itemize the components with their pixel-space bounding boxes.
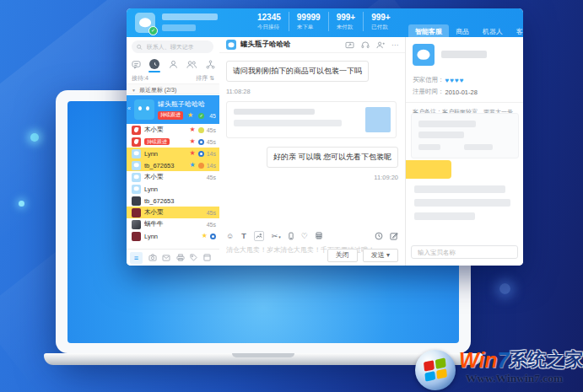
close-button[interactable]: 关闭 — [327, 249, 358, 262]
contact-row[interactable]: Lynn — [127, 183, 219, 195]
contact-row[interactable]: 木小栗 45s — [127, 171, 219, 183]
group-icon[interactable] — [186, 59, 197, 69]
contact-row[interactable]: tb_672653 ★ 14s — [127, 159, 219, 171]
stat-value: 999+ — [337, 13, 356, 23]
stat-paid[interactable]: 999+ 已付款 — [363, 12, 398, 31]
phone-icon[interactable] — [289, 232, 294, 240]
stats-bar: 12345 今日接待 99999 未下单 999+ 未付款 999+ 已付款 — [250, 12, 398, 31]
contact-row[interactable]: Lynn ★ 14s — [127, 148, 219, 159]
emoji-icon[interactable]: ☺ — [226, 232, 234, 240]
camera-icon[interactable] — [148, 254, 157, 261]
calculator-icon[interactable] — [316, 232, 322, 239]
headset-icon[interactable] — [361, 41, 370, 49]
scissors-icon[interactable]: ✂▾ — [272, 232, 281, 240]
note-edit-icon[interactable] — [390, 232, 398, 240]
sell-tag-icon[interactable] — [190, 254, 197, 261]
divider — [406, 102, 523, 103]
response-time: 45s — [207, 222, 216, 228]
stat-label: 未下单 — [297, 23, 321, 30]
seller-avatar[interactable]: ✓ — [135, 13, 155, 33]
stat-today-reception[interactable]: 12345 今日接待 — [250, 12, 289, 31]
highlighted-tag-block[interactable] — [406, 160, 451, 179]
online-check-icon: ✓ — [148, 26, 158, 35]
send-button[interactable]: 发送 ▾ — [363, 249, 398, 262]
redacted-text-bar — [418, 144, 440, 150]
register-label: 注册时间： — [413, 88, 445, 96]
org-share-icon[interactable] — [205, 59, 215, 69]
contact-name: 木小栗 — [144, 208, 204, 217]
text-format-icon[interactable]: T — [241, 232, 246, 240]
status-dot-icon — [198, 163, 204, 169]
response-time: 45s — [207, 175, 216, 180]
contact-name: 木小栗 — [144, 173, 204, 181]
heart-icon[interactable]: ♡ — [301, 232, 308, 240]
contact-avatar — [132, 196, 141, 206]
tab-robot[interactable]: 机器人 — [476, 24, 510, 37]
buyer-avatar-large — [413, 44, 435, 66]
stat-value: 99999 — [297, 13, 321, 23]
contact-avatar — [134, 99, 154, 120]
product-name-input[interactable] — [416, 248, 513, 257]
chat-filter-icon[interactable] — [131, 59, 141, 69]
history-icon[interactable] — [375, 232, 383, 240]
tab-customer[interactable]: 客户 — [510, 24, 523, 37]
sidebar-bottom-toolbar: ≡ — [127, 249, 219, 266]
product-thumbnail — [365, 107, 391, 132]
sort-icon: ⇅ — [209, 75, 214, 81]
glow-dot — [499, 283, 510, 294]
watermark-site-name: 系统之家 — [510, 349, 583, 370]
menu-icon[interactable]: ≡ — [130, 252, 143, 264]
stat-unpaid[interactable]: 999+ 未付款 — [328, 12, 364, 31]
screen-share-icon[interactable] — [345, 41, 354, 49]
image-icon[interactable] — [254, 231, 264, 241]
add-person-icon[interactable] — [376, 41, 385, 49]
redacted-text-bar — [418, 121, 476, 127]
contact-name: Lynn — [144, 233, 200, 240]
contact-row[interactable]: 木小栗 45s — [127, 207, 219, 218]
status-ring-icon — [198, 151, 204, 157]
contact-row[interactable]: 持续跟进 ★ 45s — [127, 136, 219, 148]
windows-flag-icon — [424, 357, 447, 381]
redacted-product-info — [234, 120, 342, 126]
response-time: 45s — [207, 210, 216, 216]
watermark-win: Win — [459, 348, 498, 372]
contact-name: 蜗牛牛 — [144, 220, 204, 228]
message-area: 请问我刚刚拍下的商品可以包装一下吗 11:08:28 好的亲 可以哦 您可以先看… — [219, 52, 405, 229]
message-timestamp: 11:08:28 — [226, 88, 251, 95]
redacted-text-bar — [414, 212, 475, 220]
contact-row[interactable]: 蜗牛牛 45s — [127, 218, 219, 230]
contact-row[interactable]: tb_672653 — [127, 195, 219, 207]
incoming-message: 请问我刚刚拍下的商品可以包装一下吗 — [226, 61, 369, 82]
mail-icon[interactable] — [162, 255, 170, 261]
contact-name: tb_672653 — [144, 162, 188, 169]
contact-row[interactable]: 木小栗 ★ 45s — [127, 124, 219, 136]
search-bar[interactable] — [132, 40, 213, 53]
contact-row-selected[interactable]: « 罐头瓶子哈哈哈 持续跟进 ★ ✓ 45s — [127, 95, 219, 124]
recent-clock-icon[interactable] — [149, 59, 159, 69]
follow-up-badge: 持续跟进 — [144, 138, 170, 145]
contact-list: « 罐头瓶子哈哈哈 持续跟进 ★ ✓ 45s 木小栗 — [127, 95, 219, 242]
credit-hearts-icon: ♥♥♥♥ — [445, 77, 465, 84]
tab-smart-service[interactable]: 智能客服 — [408, 24, 449, 37]
redacted-product-title — [234, 109, 315, 115]
customer-panel: 买家信用： ♥♥♥♥ 注册时间： 2010-01-28 客户备注：客户鞋面较宽，… — [405, 37, 523, 266]
search-input[interactable] — [145, 43, 208, 51]
collapse-icon[interactable]: « — [127, 105, 131, 111]
more-icon[interactable]: ⋯ — [391, 41, 398, 49]
window-icon[interactable] — [203, 254, 211, 261]
response-time: 45s — [207, 127, 216, 133]
contact-avatar — [132, 149, 141, 158]
contact-row[interactable]: Lynn ★ — [127, 230, 219, 242]
product-card[interactable] — [226, 101, 397, 138]
redacted-shop-name — [162, 13, 218, 20]
sidebar-meta-row: 接待:4 排序 ⇅ — [132, 74, 214, 83]
order-info-card[interactable] — [411, 113, 519, 158]
printer-icon[interactable] — [176, 254, 185, 261]
stat-no-order[interactable]: 99999 未下单 — [289, 12, 328, 31]
contact-icon[interactable] — [168, 59, 178, 69]
sort-control[interactable]: 排序 ⇅ — [196, 74, 214, 83]
product-search-bar[interactable] — [411, 245, 518, 259]
group-header-recent-starred[interactable]: ▼ 最近星标 (2/3) — [127, 83, 219, 94]
tab-products[interactable]: 商品 — [449, 24, 476, 37]
redacted-text-bar — [464, 144, 493, 150]
